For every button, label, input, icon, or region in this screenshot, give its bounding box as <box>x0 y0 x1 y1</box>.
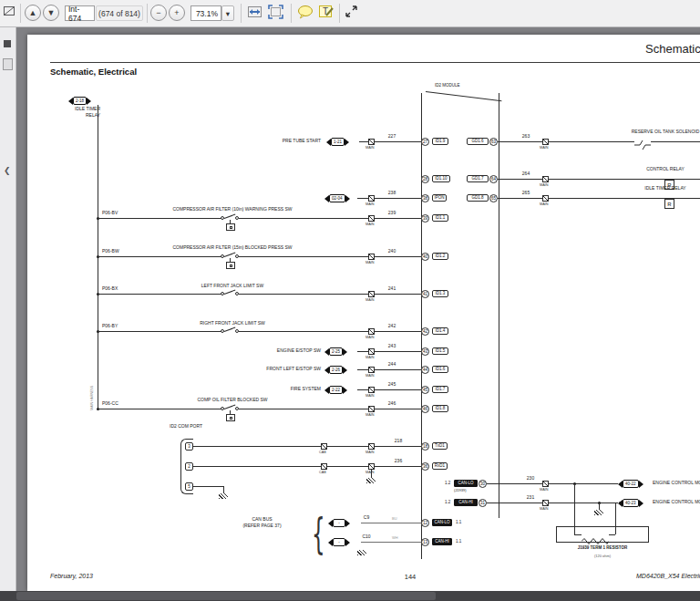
collapse-panel-icon[interactable]: ❮ <box>4 166 11 175</box>
pin-circle: 30 <box>479 480 487 488</box>
com-port-title: ID2 COM PORT <box>170 424 202 430</box>
protocol-note: (J1939) <box>454 489 467 493</box>
wire-color-code: WH <box>392 536 398 541</box>
splice-symbol <box>368 215 375 222</box>
pin-label: CAN-HI <box>432 538 452 545</box>
signal-label: FRONT LEFT E/STOP SW <box>164 367 321 372</box>
device-label: IDLE TIMER RELAY <box>611 186 700 192</box>
wire <box>98 331 222 332</box>
pressure-element <box>230 226 232 229</box>
wire-number: 218 <box>387 439 409 444</box>
pin-circle: 64 <box>489 175 498 183</box>
resistor-lead <box>574 526 575 534</box>
connector-2-26: 2-26 <box>324 366 347 374</box>
splice-label: MAIN <box>365 356 375 359</box>
wire-number: 241 <box>381 286 403 292</box>
pdf-page: Schematic, Schematic, Electrical Februar… <box>27 35 700 591</box>
connector-label: 02-04 <box>329 194 345 202</box>
pin-label: GD1.7 <box>467 175 489 182</box>
previous-page-button[interactable]: ▲ <box>25 5 41 21</box>
switch-terminal <box>235 254 239 258</box>
wire-number: C10 <box>355 534 377 540</box>
ground-icon <box>219 493 228 499</box>
zoom-out-button[interactable]: − <box>150 5 167 21</box>
connector-02-04: 02-04 <box>324 194 350 202</box>
arrow-right-icon <box>343 387 347 394</box>
relay-symbol: R <box>664 199 674 209</box>
pin-circle: 12 <box>421 519 429 527</box>
device-label: RELAY <box>46 113 100 119</box>
toolbar: ▲ ▼ Int-674 (674 of 814) − + 73.1% ▾ T <box>0 0 700 27</box>
pin-circle: 28 <box>421 175 429 183</box>
separator <box>241 4 242 23</box>
wire <box>239 256 421 257</box>
module-right-boundary <box>499 93 499 518</box>
scrollbar-thumb[interactable] <box>16 592 436 600</box>
pin-label: ID1.9 <box>432 138 448 145</box>
splice-symbol <box>368 463 375 470</box>
pin-label: ID1.6 <box>432 366 448 373</box>
wire-number: 265 <box>515 191 537 196</box>
comment-bubble-icon[interactable] <box>297 5 314 23</box>
pressure-element <box>230 417 232 420</box>
pin-label: GD1.8 <box>467 194 489 202</box>
footer-page-number: 144 <box>392 573 428 581</box>
arrow-right-icon <box>345 520 350 527</box>
wire <box>498 141 634 142</box>
arrow-right-icon <box>639 500 643 507</box>
page-number-input[interactable]: Int-674 <box>65 5 95 21</box>
arrow-right-icon <box>639 481 643 488</box>
horizontal-scrollbar[interactable] <box>0 591 700 601</box>
fit-width-icon[interactable] <box>247 5 262 23</box>
version-note: 1.1 <box>456 539 461 544</box>
bus-wire-label: P06-BW <box>102 249 119 254</box>
next-page-button[interactable]: ▼ <box>43 5 59 21</box>
nav-pages-panel-icon[interactable] <box>3 58 13 70</box>
signal-label: FIRE SYSTEM <box>164 387 321 392</box>
pressure-switch-icon <box>226 262 235 269</box>
pin-circle: 27 <box>421 138 429 146</box>
zoom-dropdown-button[interactable]: ▾ <box>221 5 234 21</box>
switch-terminal <box>235 329 239 333</box>
splice-symbol <box>368 443 375 450</box>
splice-symbol <box>368 254 375 260</box>
splice-label: MAIN <box>365 394 375 398</box>
connector-2-25: 2-25 <box>324 347 347 356</box>
splice-symbol <box>368 139 375 145</box>
ground-stub <box>599 503 600 510</box>
connector-label: 1-21 <box>331 138 345 146</box>
wire <box>239 409 421 409</box>
pin-circle: 39 <box>421 214 429 223</box>
ground-icon <box>357 550 366 555</box>
zoom-level-input[interactable]: 73.1% <box>190 5 221 21</box>
splice-label: CAB <box>319 451 326 454</box>
com-pin: 3 <box>185 442 193 451</box>
connector-label: 2-26 <box>329 366 343 374</box>
signal-label: COMPRESSOR AIR FILTER (15in) BLOCKED PRE… <box>135 245 330 251</box>
can-bus-title: CAN BUS <box>214 517 310 523</box>
device-label: RESERVE OIL TANK SOLENOID <box>592 130 700 135</box>
splice-symbol <box>542 176 549 182</box>
fit-page-icon[interactable] <box>268 5 283 23</box>
module-leader-line <box>426 91 501 101</box>
connector-1-21: 1-21 <box>326 138 349 146</box>
signal-label: COMPRESSOR AIR FILTER (10in) WARNING PRE… <box>135 207 330 212</box>
version-note: 1.1 <box>456 520 461 524</box>
pin-circle: 31 <box>479 499 487 507</box>
signal-label: LEFT FRONT JACK LIMIT SW <box>135 284 330 289</box>
device-label: CONTROL RELAY <box>611 167 700 172</box>
connector-2-18: 2-18 <box>68 97 91 105</box>
splice-label: MAIN <box>365 223 375 226</box>
draw-tool-icon[interactable] <box>3 5 15 21</box>
ground-stub <box>371 470 372 478</box>
zoom-in-button[interactable]: + <box>169 5 185 21</box>
highlight-text-icon[interactable]: T <box>318 5 333 19</box>
footer-date: February, 2013 <box>50 573 93 579</box>
pin-label: ID1.1 <box>432 214 448 222</box>
pin-label: ID1.8 <box>432 405 448 412</box>
splice-symbol <box>542 195 549 202</box>
nav-marker-icon[interactable] <box>4 40 11 47</box>
fullscreen-icon[interactable] <box>345 5 358 22</box>
splice-symbol <box>321 463 327 470</box>
can-connector: - <box>328 519 350 527</box>
